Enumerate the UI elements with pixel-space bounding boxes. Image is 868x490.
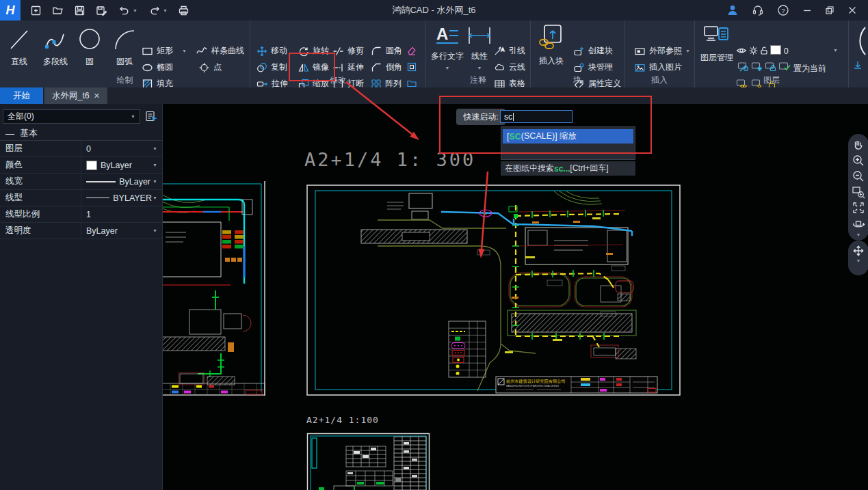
selection-filter-dropdown[interactable]: 全部(0) ▼ bbox=[3, 109, 140, 124]
dim-linear-tool[interactable]: 线性 ▼ bbox=[466, 24, 493, 70]
layer-brightness-icon[interactable] bbox=[748, 46, 759, 55]
trim-tool[interactable]: 修剪 bbox=[332, 45, 364, 57]
document-tab-bar: 开始 水外网_t6 ✕ bbox=[0, 87, 868, 104]
polyline-icon bbox=[43, 25, 68, 53]
layer-set-current-toggle[interactable] bbox=[778, 62, 791, 72]
tab-start[interactable]: 开始 bbox=[0, 87, 43, 104]
quick-access-toolbar: ▼ ▼ bbox=[30, 5, 189, 16]
line-tool[interactable]: 直线 bbox=[2, 25, 36, 68]
quick-select-button[interactable] bbox=[144, 109, 159, 124]
properties-section-basic[interactable]: — 基本 bbox=[0, 126, 162, 141]
dim-dropdown-caret[interactable]: ▼ bbox=[477, 66, 482, 70]
help-icon[interactable]: ? bbox=[777, 4, 789, 16]
spline-tool[interactable]: 样条曲线 bbox=[196, 45, 244, 57]
point-tool[interactable]: 点 bbox=[198, 62, 222, 73]
new-file-icon[interactable] bbox=[30, 5, 42, 16]
svg-text:A: A bbox=[501, 47, 505, 52]
open-file-icon[interactable] bbox=[52, 5, 64, 16]
svg-text:A: A bbox=[436, 25, 448, 43]
redo-icon[interactable]: ▼ bbox=[148, 5, 168, 16]
restore-button[interactable] bbox=[825, 5, 834, 15]
filter-caret-icon: ▼ bbox=[131, 114, 135, 119]
extend-tool[interactable]: 延伸 bbox=[332, 62, 364, 73]
revision-cloud-tool[interactable]: 云线 bbox=[494, 62, 525, 73]
leader-tool[interactable]: A 引线 bbox=[494, 45, 525, 57]
ribbon-panel-block: 插入块 创建块 块管理 属性定义 块 bbox=[531, 21, 624, 87]
close-button[interactable] bbox=[847, 5, 857, 15]
axes-dropdown-caret[interactable]: ▼ bbox=[856, 258, 861, 263]
layer-manager-tool[interactable]: 图层管理 bbox=[699, 24, 735, 64]
prop-ltscale-value[interactable]: 1 bbox=[81, 206, 162, 222]
block-manager-tool[interactable]: 块管理 bbox=[573, 62, 613, 73]
modify-panel-label: 修改 bbox=[250, 74, 425, 86]
orbit-dropdown-caret[interactable]: ▼ bbox=[856, 232, 861, 237]
mtext-tool[interactable]: A 多行文字 ▼ bbox=[429, 24, 466, 70]
tab-document[interactable]: 水外网_t6 ✕ bbox=[44, 87, 107, 104]
ribbon-panel-clipped bbox=[849, 21, 868, 87]
layer-freeze-toggle[interactable] bbox=[751, 62, 763, 72]
user-avatar[interactable] bbox=[726, 4, 739, 16]
save-icon[interactable] bbox=[74, 5, 86, 16]
rectangle-tool[interactable]: 矩形▼ bbox=[142, 45, 187, 57]
tab-close-icon[interactable]: ✕ bbox=[94, 92, 100, 100]
block-manager-icon bbox=[573, 62, 585, 73]
linear-dim-icon bbox=[466, 24, 492, 47]
rotate-tool[interactable]: 旋转 bbox=[298, 45, 329, 57]
left-title-strip bbox=[162, 383, 265, 395]
undo-icon[interactable]: ▼ bbox=[118, 5, 137, 16]
xref-tool[interactable]: 外部参照▼ bbox=[634, 45, 690, 57]
zoom-window-button[interactable] bbox=[852, 185, 865, 199]
insert-image-tool[interactable]: 插入图片 bbox=[634, 62, 682, 73]
zoom-extents-button[interactable] bbox=[852, 201, 865, 215]
titlebar-right: ? bbox=[726, 4, 868, 16]
prop-color-value[interactable]: ByLayer▼ bbox=[81, 157, 162, 173]
layer-off-toggle[interactable] bbox=[737, 62, 749, 72]
move-icon bbox=[257, 46, 267, 57]
mirror-tool[interactable]: 镜像 bbox=[298, 62, 329, 73]
circle-tool[interactable]: 圆 bbox=[74, 25, 105, 68]
quick-launch-suggestions: [SC(SCALE)] 缩放 bbox=[501, 126, 635, 160]
search-in-drawing-hint[interactable]: 在图纸中搜索sc...[Ctrl+回车] bbox=[501, 161, 635, 176]
copy-tool[interactable]: 复制 bbox=[257, 62, 287, 73]
print-icon[interactable] bbox=[178, 5, 189, 16]
region-tool[interactable] bbox=[406, 62, 417, 72]
move-tool[interactable]: 移动 bbox=[257, 45, 287, 57]
prop-row-layer: 图层 0▼ bbox=[0, 141, 162, 157]
window-title: 鸿鹄CAD - 水外网_t6 bbox=[392, 4, 475, 16]
suggestion-scale-command[interactable]: [SC(SCALE)] 缩放 bbox=[503, 129, 633, 144]
ellipse-tool[interactable]: 椭圆 bbox=[142, 62, 173, 73]
rotate-icon bbox=[298, 46, 309, 57]
prop-lineweight-value[interactable]: ByLayer▼ bbox=[81, 174, 162, 189]
prop-layer-value[interactable]: 0▼ bbox=[81, 141, 162, 156]
prop-transparency-value[interactable]: ByLayer▼ bbox=[81, 223, 162, 239]
pan-button[interactable] bbox=[852, 138, 865, 152]
arc-tool[interactable]: 圆弧 bbox=[107, 25, 142, 68]
support-headset-icon[interactable] bbox=[752, 4, 764, 16]
drawing-canvas[interactable]: A2+1/4 1: 300 A2+1/4 1:100 bbox=[162, 104, 868, 490]
layer-color-swatch[interactable] bbox=[770, 45, 781, 55]
fillet-tool[interactable]: 圆角 bbox=[371, 45, 402, 57]
mtext-dropdown-caret[interactable]: ▼ bbox=[445, 66, 450, 70]
erase-tool[interactable] bbox=[406, 45, 417, 56]
polyline-tool[interactable]: 多段线 bbox=[36, 25, 75, 68]
create-block-tool[interactable]: 创建块 bbox=[573, 45, 613, 57]
layer-unlock-icon[interactable] bbox=[759, 46, 769, 55]
chamfer-tool[interactable]: 倒角 bbox=[371, 62, 402, 73]
layer-list-caret[interactable]: ▼ bbox=[833, 48, 838, 53]
layer-visibility-icon[interactable] bbox=[736, 46, 747, 55]
move-axes-button[interactable] bbox=[852, 244, 865, 258]
region-icon bbox=[406, 62, 417, 72]
prop-linetype-value[interactable]: BYLAYER▼ bbox=[81, 190, 162, 206]
orbit-button[interactable] bbox=[852, 217, 865, 230]
app-logo[interactable]: H bbox=[0, 0, 21, 21]
zoom-in-button[interactable] bbox=[852, 154, 865, 167]
save-as-icon[interactable] bbox=[96, 5, 107, 16]
minimize-button[interactable] bbox=[802, 5, 812, 15]
set-current-label[interactable]: 置为当前 bbox=[793, 63, 826, 74]
quick-launch-input[interactable]: sc bbox=[500, 110, 573, 123]
draw-panel-label: 绘制 bbox=[0, 74, 250, 86]
insert-block-tool[interactable]: 插入块 bbox=[535, 23, 568, 67]
zoom-out-button[interactable] bbox=[852, 169, 865, 183]
layer-lock-toggle[interactable] bbox=[765, 62, 776, 72]
circle-icon bbox=[77, 25, 103, 53]
